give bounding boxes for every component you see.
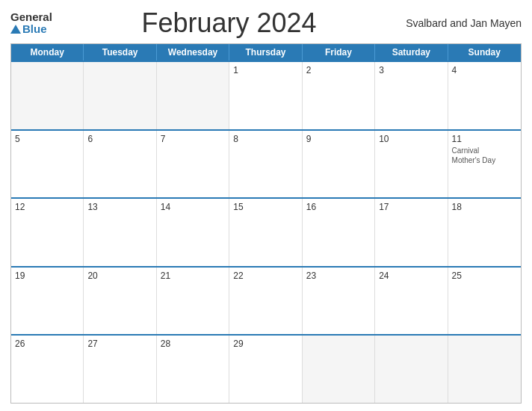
day-number: 25: [452, 271, 517, 281]
calendar-body: 1234567891011CarnivalMother's Day1213141…: [11, 61, 521, 403]
cal-header-cell: Sunday: [448, 44, 521, 61]
day-number: 13: [87, 202, 152, 212]
logo: General Blue: [10, 11, 52, 36]
calendar-cell: 21: [157, 268, 229, 335]
calendar-cell: 20: [84, 268, 156, 335]
calendar-cell: 16: [303, 199, 375, 266]
calendar-cell: 26: [11, 336, 84, 403]
logo-triangle-icon: [10, 25, 21, 34]
day-number: 23: [306, 271, 371, 281]
day-number: 20: [87, 271, 152, 281]
calendar-cell: 9: [303, 131, 375, 198]
logo-general-text: General: [10, 11, 52, 24]
calendar-cell: [303, 336, 375, 403]
calendar-cell: 28: [157, 336, 229, 403]
calendar-cell: 17: [375, 199, 448, 266]
cal-header-cell: Tuesday: [84, 44, 156, 61]
cal-header-cell: Monday: [11, 44, 84, 61]
calendar-event: Mother's Day: [452, 155, 517, 165]
day-number: 17: [379, 202, 443, 212]
region-label: Svalbard and Jan Mayen: [406, 17, 522, 29]
calendar-cell: 7: [157, 131, 229, 198]
calendar-cell: 25: [448, 268, 521, 335]
calendar-header-row: MondayTuesdayWednesdayThursdayFridaySatu…: [11, 44, 521, 61]
calendar-cell: 18: [448, 199, 521, 266]
day-number: 3: [379, 65, 443, 75]
calendar-page: General Blue February 2024 Svalbard and …: [0, 0, 532, 411]
calendar-week: 26272829: [11, 334, 521, 403]
cal-header-cell: Wednesday: [157, 44, 229, 61]
calendar-cell: 4: [448, 62, 521, 129]
day-number: 18: [452, 202, 517, 212]
calendar-cell: [11, 62, 84, 129]
day-number: 27: [87, 339, 152, 349]
calendar-week: 19202122232425: [11, 266, 521, 335]
day-number: 28: [161, 339, 225, 349]
day-number: 8: [233, 134, 297, 144]
calendar-cell: 11CarnivalMother's Day: [448, 131, 521, 198]
calendar-week: 12131415161718: [11, 197, 521, 266]
day-number: 4: [452, 65, 517, 75]
page-header: General Blue February 2024 Svalbard and …: [10, 7, 522, 39]
day-number: 26: [15, 339, 79, 349]
day-number: 19: [15, 271, 79, 281]
cal-header-cell: Saturday: [375, 44, 448, 61]
calendar-cell: 15: [229, 199, 302, 266]
calendar-cell: [157, 62, 229, 129]
calendar-event: Carnival: [452, 146, 517, 155]
month-title: February 2024: [52, 7, 406, 39]
calendar-cell: 24: [375, 268, 448, 335]
calendar-cell: 2: [303, 62, 375, 129]
day-number: 1: [233, 65, 297, 75]
calendar-cell: 22: [229, 268, 302, 335]
calendar-cell: 6: [84, 131, 156, 198]
calendar-cell: [448, 336, 521, 403]
calendar-cell: [84, 62, 156, 129]
calendar-week: 1234: [11, 61, 521, 129]
calendar-cell: [375, 336, 448, 403]
day-number: 10: [379, 134, 443, 144]
calendar-cell: 14: [157, 199, 229, 266]
day-number: 2: [306, 65, 371, 75]
day-number: 21: [161, 271, 225, 281]
day-number: 11: [452, 134, 517, 144]
calendar: MondayTuesdayWednesdayThursdayFridaySatu…: [10, 43, 522, 404]
calendar-cell: 3: [375, 62, 448, 129]
calendar-cell: 10: [375, 131, 448, 198]
cal-header-cell: Thursday: [229, 44, 302, 61]
day-number: 9: [306, 134, 371, 144]
logo-blue-text: Blue: [10, 23, 52, 36]
day-number: 24: [379, 271, 443, 281]
calendar-cell: 13: [84, 199, 156, 266]
day-number: 6: [87, 134, 152, 144]
calendar-cell: 29: [229, 336, 302, 403]
day-number: 15: [233, 202, 297, 212]
day-number: 5: [15, 134, 79, 144]
calendar-cell: 1: [229, 62, 302, 129]
calendar-cell: 8: [229, 131, 302, 198]
day-number: 22: [233, 271, 297, 281]
calendar-cell: 5: [11, 131, 84, 198]
day-number: 14: [161, 202, 225, 212]
calendar-cell: 12: [11, 199, 84, 266]
day-number: 12: [15, 202, 79, 212]
day-number: 16: [306, 202, 371, 212]
day-number: 29: [233, 339, 297, 349]
calendar-cell: 27: [84, 336, 156, 403]
calendar-cell: 23: [303, 268, 375, 335]
day-number: 7: [161, 134, 225, 144]
cal-header-cell: Friday: [303, 44, 375, 61]
calendar-cell: 19: [11, 268, 84, 335]
calendar-week: 567891011CarnivalMother's Day: [11, 129, 521, 198]
